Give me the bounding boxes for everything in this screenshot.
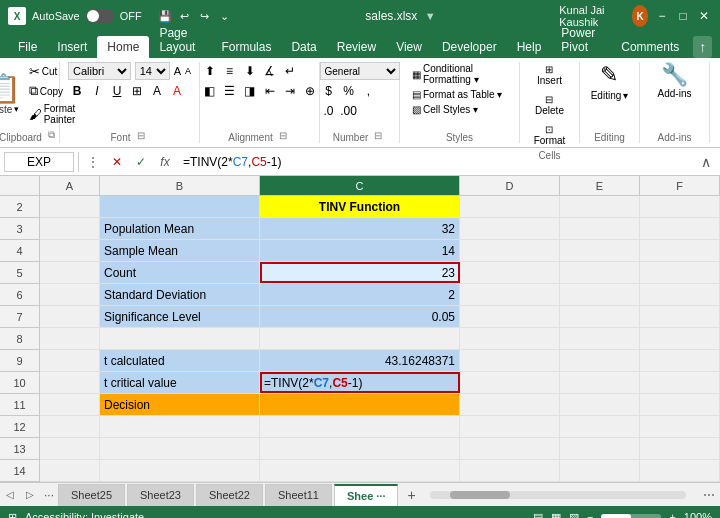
sheet-tab-sheet25[interactable]: Sheet25 [58, 484, 125, 506]
cell-b9[interactable]: t calculated [100, 350, 260, 371]
sheet-nav-next[interactable]: ▷ [20, 483, 40, 507]
tab-file[interactable]: File [8, 36, 47, 58]
alignment-expand-icon[interactable]: ⊟ [275, 127, 291, 143]
col-header-b[interactable]: B [100, 176, 260, 195]
name-box[interactable] [4, 152, 74, 172]
tab-formulas[interactable]: Formulas [211, 36, 281, 58]
cell-d11[interactable] [460, 394, 560, 415]
italic-button[interactable]: I [88, 82, 106, 100]
cell-b5[interactable]: Count [100, 262, 260, 283]
col-header-e[interactable]: E [560, 176, 640, 195]
cell-e8[interactable] [560, 328, 640, 349]
sheet-tab-shee[interactable]: Shee ··· [334, 484, 399, 506]
cell-d13[interactable] [460, 438, 560, 459]
decrease-indent-button[interactable]: ⇤ [261, 82, 279, 100]
view-normal-icon[interactable]: ▤ [533, 511, 543, 519]
cell-b6[interactable]: Standard Deviation [100, 284, 260, 305]
cell-f10[interactable] [640, 372, 720, 393]
cell-c2[interactable]: TINV Function [260, 196, 460, 217]
sheet-nav-prev[interactable]: ◁ [0, 483, 20, 507]
sheet-options-button[interactable]: ⋯ [698, 484, 720, 506]
conditional-formatting-button[interactable]: ▦ Conditional Formatting ▾ [408, 62, 511, 86]
cell-d2[interactable] [460, 196, 560, 217]
cell-e10[interactable] [560, 372, 640, 393]
cell-b2[interactable] [100, 196, 260, 217]
cell-b8[interactable] [100, 328, 260, 349]
cell-a8[interactable] [40, 328, 100, 349]
cell-e11[interactable] [560, 394, 640, 415]
sheet-tabs-overflow[interactable]: ··· [40, 488, 58, 502]
bold-button[interactable]: B [68, 82, 86, 100]
cell-c11[interactable] [260, 394, 460, 415]
more-icon[interactable]: ⌄ [216, 7, 234, 25]
cell-d4[interactable] [460, 240, 560, 261]
row-num-9[interactable]: 9 [0, 350, 40, 372]
currency-button[interactable]: $ [320, 82, 338, 100]
format-as-table-button[interactable]: ▤ Format as Table ▾ [408, 88, 511, 101]
formula-fx-icon[interactable]: fx [155, 152, 175, 172]
zoom-slider[interactable] [601, 514, 661, 518]
formula-confirm-icon[interactable]: ✓ [131, 152, 151, 172]
delete-cells-button[interactable]: ⊟ Delete [533, 92, 566, 118]
sheet-scrollbar-track[interactable] [430, 491, 686, 499]
cell-f3[interactable] [640, 218, 720, 239]
row-num-4[interactable]: 4 [0, 240, 40, 262]
cell-e6[interactable] [560, 284, 640, 305]
cell-c12[interactable] [260, 416, 460, 437]
cell-f5[interactable] [640, 262, 720, 283]
cell-f11[interactable] [640, 394, 720, 415]
editing-button[interactable]: Editing ▾ [591, 90, 629, 101]
cell-b13[interactable] [100, 438, 260, 459]
cell-a12[interactable] [40, 416, 100, 437]
comma-button[interactable]: , [360, 82, 378, 100]
cell-a9[interactable] [40, 350, 100, 371]
sheet-tab-sheet11[interactable]: Sheet11 [265, 484, 332, 506]
fill-color-button[interactable]: A [148, 82, 166, 100]
cell-f9[interactable] [640, 350, 720, 371]
font-size-select[interactable]: 14 [135, 62, 170, 80]
cell-e9[interactable] [560, 350, 640, 371]
cell-d9[interactable] [460, 350, 560, 371]
cell-c6[interactable]: 2 [260, 284, 460, 305]
paste-button[interactable]: 📋 Paste ▾ [0, 73, 25, 117]
view-layout-icon[interactable]: ▦ [551, 511, 561, 519]
cell-b3[interactable]: Population Mean [100, 218, 260, 239]
maximize-button[interactable]: □ [676, 6, 691, 26]
cell-a3[interactable] [40, 218, 100, 239]
row-num-6[interactable]: 6 [0, 284, 40, 306]
cell-d6[interactable] [460, 284, 560, 305]
tab-insert[interactable]: Insert [47, 36, 97, 58]
format-cells-button[interactable]: ⊡ Format [532, 122, 568, 148]
percent-button[interactable]: % [340, 82, 358, 100]
tab-help[interactable]: Help [507, 36, 552, 58]
cell-a4[interactable] [40, 240, 100, 261]
align-bottom-button[interactable]: ⬇ [241, 62, 259, 80]
wrap-text-button[interactable]: ↵ [281, 62, 299, 80]
align-center-button[interactable]: ☰ [221, 82, 239, 100]
comments-button[interactable]: Comments [611, 36, 689, 58]
font-expand-icon[interactable]: ⊟ [133, 127, 149, 143]
cell-d3[interactable] [460, 218, 560, 239]
row-num-13[interactable]: 13 [0, 438, 40, 460]
cell-f13[interactable] [640, 438, 720, 459]
cell-e7[interactable] [560, 306, 640, 327]
ribbon-share-icon[interactable]: ↑ [693, 36, 712, 58]
row-num-7[interactable]: 7 [0, 306, 40, 328]
cell-c14[interactable] [260, 460, 460, 481]
cell-f4[interactable] [640, 240, 720, 261]
cell-d12[interactable] [460, 416, 560, 437]
cell-d10[interactable] [460, 372, 560, 393]
increase-indent-button[interactable]: ⇥ [281, 82, 299, 100]
row-num-5[interactable]: 5 [0, 262, 40, 284]
cell-c5[interactable]: 23 [260, 262, 460, 283]
increase-decimal-button[interactable]: .00 [340, 102, 358, 120]
cell-f8[interactable] [640, 328, 720, 349]
tab-page-layout[interactable]: Page Layout [149, 22, 211, 58]
cell-styles-button[interactable]: ▧ Cell Styles ▾ [408, 103, 511, 116]
zoom-in-icon[interactable]: + [669, 511, 675, 518]
zoom-out-icon[interactable]: − [587, 511, 593, 518]
minimize-button[interactable]: − [654, 6, 669, 26]
formula-more-icon[interactable]: ⋮ [83, 152, 103, 172]
row-num-12[interactable]: 12 [0, 416, 40, 438]
cell-b12[interactable] [100, 416, 260, 437]
